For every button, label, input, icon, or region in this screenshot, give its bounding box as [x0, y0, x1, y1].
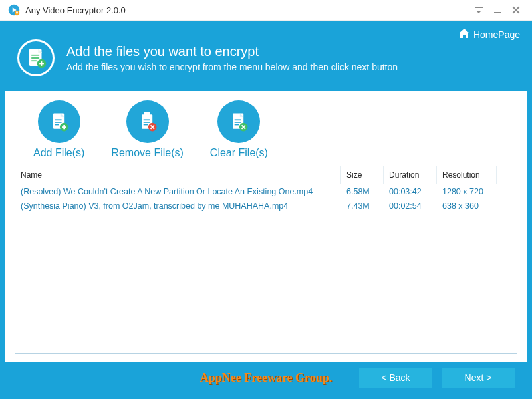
app-window: Any Video Encryptor 2.0.0 HomePage Add t… [0, 0, 532, 399]
watermark: AppNee Freeware Group. [200, 371, 332, 385]
minimize-button[interactable] [488, 1, 507, 19]
hero-subtitle: Add the files you wish to encrypt from t… [66, 62, 398, 72]
header-area: HomePage Add the files you want to encry… [0, 21, 532, 91]
cell-name: (Synthesia Piano) V3, from O2Jam, transc… [15, 199, 341, 213]
svg-rect-22 [144, 112, 150, 116]
file-remove-icon [126, 100, 169, 143]
svg-rect-23 [143, 119, 150, 120]
homepage-label: HomePage [473, 29, 520, 40]
hero: Add the files you want to encrypt Add th… [13, 27, 519, 91]
home-icon [459, 29, 469, 40]
file-clear-icon [217, 100, 260, 143]
table-header: Name Size Duration Resolution [15, 166, 517, 184]
svg-rect-24 [143, 122, 150, 123]
svg-rect-9 [31, 57, 39, 59]
col-duration[interactable]: Duration [384, 166, 437, 184]
cell-name: (Resolved) We Couldn't Create A New Part… [15, 184, 341, 199]
footer: AppNee Freeware Group. < Back Next > [5, 362, 527, 394]
svg-rect-28 [235, 119, 241, 120]
next-button[interactable]: Next > [442, 368, 515, 388]
clear-files-label: Clear File(s) [210, 147, 268, 159]
svg-rect-29 [235, 122, 241, 123]
cell-duration: 00:02:54 [384, 199, 437, 213]
svg-rect-13 [41, 61, 43, 66]
clear-files-button[interactable]: Clear File(s) [210, 100, 268, 159]
app-title: Any Video Encryptor 2.0.0 [25, 5, 469, 15]
svg-rect-20 [63, 125, 65, 129]
add-files-label: Add File(s) [33, 147, 84, 159]
cell-pad [497, 199, 517, 213]
col-pad [497, 166, 517, 184]
hero-text: Add the files you want to encrypt Add th… [66, 44, 398, 72]
svg-rect-16 [55, 122, 61, 123]
close-button[interactable] [507, 1, 525, 19]
hero-title: Add the files you want to encrypt [66, 44, 398, 59]
body-area: Add File(s) Remove File(s) Clear File(s) [0, 91, 532, 399]
cell-size: 7.43M [341, 199, 384, 213]
options-button[interactable] [469, 1, 488, 19]
file-add-icon [38, 100, 80, 143]
action-row: Add File(s) Remove File(s) Clear File(s) [15, 98, 517, 166]
svg-rect-25 [143, 124, 147, 126]
svg-rect-4 [475, 7, 483, 8]
col-resolution[interactable]: Resolution [437, 166, 497, 184]
cell-resolution: 638 x 360 [437, 199, 497, 213]
col-name[interactable]: Name [15, 166, 341, 184]
titlebar: Any Video Encryptor 2.0.0 [0, 0, 532, 21]
cell-pad [497, 184, 517, 199]
nav-buttons: < Back Next > [359, 368, 515, 388]
back-button[interactable]: < Back [359, 368, 432, 388]
app-icon [8, 4, 20, 16]
homepage-link[interactable]: HomePage [459, 29, 520, 40]
svg-rect-15 [55, 119, 61, 120]
cell-size: 6.58M [341, 184, 384, 199]
svg-rect-8 [31, 55, 39, 56]
remove-files-button[interactable]: Remove File(s) [111, 100, 183, 159]
file-table: Name Size Duration Resolution (Resolved)… [15, 166, 517, 354]
table-row[interactable]: (Synthesia Piano) V3, from O2Jam, transc… [15, 199, 517, 213]
add-files-button[interactable]: Add File(s) [33, 100, 84, 159]
main-panel: Add File(s) Remove File(s) Clear File(s) [5, 91, 527, 362]
cell-resolution: 1280 x 720 [437, 184, 497, 199]
hero-icon [17, 39, 55, 76]
col-size[interactable]: Size [341, 166, 384, 184]
svg-rect-30 [235, 124, 239, 126]
remove-files-label: Remove File(s) [111, 147, 183, 159]
table-row[interactable]: (Resolved) We Couldn't Create A New Part… [15, 184, 517, 199]
svg-rect-5 [494, 12, 501, 13]
table-body: (Resolved) We Couldn't Create A New Part… [15, 184, 517, 353]
cell-duration: 00:03:42 [384, 184, 437, 199]
svg-rect-17 [55, 124, 59, 126]
svg-rect-10 [31, 60, 37, 61]
